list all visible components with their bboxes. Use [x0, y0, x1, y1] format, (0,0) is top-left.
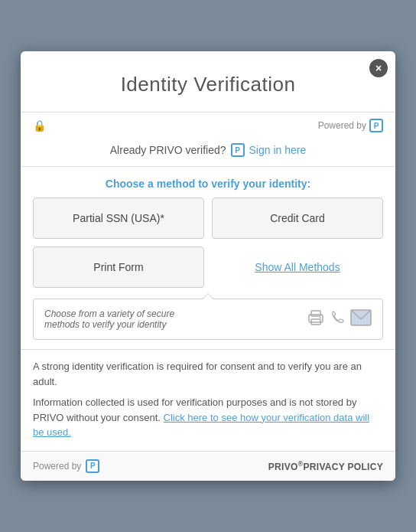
method-buttons: Partial SSN (USA)* Credit Card Print For… [21, 197, 395, 295]
privacy-policy[interactable]: PRIVO®PRIVACY POLICY [268, 460, 383, 472]
registered-mark: ® [298, 460, 304, 468]
info-box: Choose from a variety of secure methods … [33, 299, 383, 340]
privacy-policy-suffix: PRIVACY POLICY [304, 462, 383, 472]
modal-body: 🔒 Powered by P Already PRIVO verified? P… [21, 113, 395, 451]
powered-by-top: Powered by P [318, 119, 383, 132]
print-form-button[interactable]: Print Form [33, 246, 204, 288]
info-box-text: Choose from a variety of secure methods … [44, 308, 197, 330]
already-verified-text: Already PRIVO verified? [110, 144, 226, 156]
show-all-methods-link[interactable]: Show All Methods [212, 246, 383, 288]
modal-container: × Identity Verification 🔒 Powered by P A… [21, 51, 395, 481]
mail-icon [350, 309, 372, 330]
modal-title: Identity Verification [36, 73, 380, 96]
privo-logo-footer: P [86, 459, 99, 473]
phone-icon [330, 310, 344, 329]
description-section: A strong identity verification is requir… [21, 349, 395, 451]
partial-ssn-button[interactable]: Partial SSN (USA)* [33, 197, 204, 239]
description-text2: Information collected is used for verifi… [33, 395, 383, 440]
printer-icon [307, 310, 324, 329]
top-bar: 🔒 Powered by P [21, 113, 395, 139]
description-text1: A strong identity verification is requir… [33, 359, 383, 389]
svg-point-3 [320, 317, 321, 318]
privacy-policy-brand: PRIVO [268, 462, 298, 472]
sign-in-link[interactable]: Sign in here [249, 144, 307, 156]
credit-card-button[interactable]: Credit Card [212, 197, 383, 239]
lock-icon: 🔒 [33, 119, 46, 132]
footer-powered-by-label: Powered by [33, 461, 81, 472]
privo-logo-verified: P [231, 143, 245, 157]
already-verified-bar: Already PRIVO verified? P Sign in here [21, 139, 395, 167]
choose-method-label: Choose a method to verify your identity: [21, 167, 395, 197]
svg-rect-1 [311, 311, 320, 316]
powered-by-bottom: Powered by P [33, 459, 99, 473]
info-icons [307, 309, 372, 330]
powered-by-label: Powered by [318, 120, 366, 131]
privo-logo-top: P [369, 119, 383, 132]
modal-header: Identity Verification [21, 51, 395, 113]
modal-footer: Powered by P PRIVO®PRIVACY POLICY [21, 451, 395, 481]
